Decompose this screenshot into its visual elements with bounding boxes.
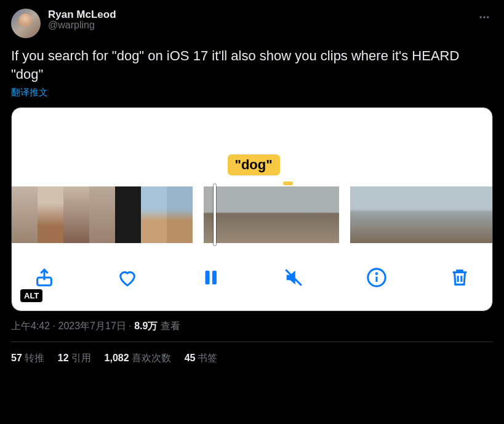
delete-button[interactable] (449, 267, 470, 288)
tweet-container: Ryan McLeod @warpling If you search for … (0, 0, 504, 365)
pause-icon (200, 267, 221, 288)
meta-views-count: 8.9万 (134, 321, 158, 331)
tweet-header: Ryan McLeod @warpling (11, 9, 493, 38)
svg-point-0 (480, 16, 482, 18)
meta-date: 2023年7月17日 (58, 321, 126, 331)
media-attachment[interactable]: "dog" (11, 107, 493, 311)
meta-time: 上午4:42 (11, 321, 50, 331)
meta-dot: · (50, 321, 58, 331)
thumbnail-frame (454, 186, 479, 243)
stat-label: 引用 (71, 353, 91, 363)
stat-number: 12 (58, 353, 69, 363)
thumbnail-frame (238, 186, 271, 243)
meta-views-label: 查看 (158, 321, 180, 331)
tweet-text: If you search for "dog" on iOS 17 it'll … (11, 47, 493, 83)
share-icon (34, 267, 55, 288)
meta-dot: · (126, 321, 134, 331)
info-button[interactable] (366, 267, 387, 288)
like-button[interactable] (117, 267, 138, 288)
clip-group[interactable] (12, 186, 193, 243)
pause-button[interactable] (200, 267, 221, 288)
alt-badge[interactable]: ALT (20, 289, 42, 302)
info-icon (366, 267, 387, 288)
thumbnail-frame (428, 186, 454, 243)
clip-group[interactable] (350, 186, 493, 243)
thumbnail-frame (141, 186, 167, 243)
thumbnail-frame (89, 186, 115, 243)
svg-point-2 (487, 16, 489, 18)
thumbnail-frame (350, 186, 376, 243)
translate-link[interactable]: 翻译推文 (11, 87, 493, 98)
svg-rect-5 (212, 271, 217, 285)
stat-label: 转推 (25, 353, 44, 363)
speaker-muted-icon (283, 267, 304, 288)
more-button[interactable] (476, 9, 493, 26)
playhead[interactable] (214, 184, 216, 246)
stat-number: 45 (185, 353, 196, 363)
media-toolbar (12, 255, 492, 311)
caption-marker (283, 182, 293, 185)
thumbnail-frame (376, 186, 402, 243)
thumbnail-frame (402, 186, 428, 243)
stat-quotes[interactable]: 12引用 (58, 352, 91, 365)
handle: @warpling (48, 20, 468, 31)
stat-likes[interactable]: 1,082喜欢次数 (105, 352, 171, 365)
thumbnail-frame (271, 186, 305, 243)
stat-retweets[interactable]: 57转推 (11, 352, 44, 365)
thumbnail-frame (38, 186, 63, 243)
svg-rect-4 (206, 271, 210, 285)
caption-bubble: "dog" (228, 154, 280, 175)
clip-group-active[interactable] (204, 186, 339, 243)
thumbnail-frame (12, 186, 38, 243)
thumbnail-frame (479, 186, 493, 243)
stat-number: 57 (11, 353, 22, 363)
svg-point-8 (376, 273, 377, 274)
stat-label: 喜欢次数 (132, 353, 171, 363)
stat-label: 书签 (198, 353, 217, 363)
mute-button[interactable] (283, 267, 304, 288)
thumbnail-frame (305, 186, 339, 243)
svg-point-1 (483, 16, 485, 18)
more-icon (478, 11, 490, 23)
trash-icon (449, 267, 470, 288)
thumbnail-frame (115, 186, 141, 243)
share-button[interactable] (34, 267, 55, 288)
stat-number: 1,082 (105, 353, 129, 363)
display-name: Ryan McLeod (48, 9, 468, 21)
author-names[interactable]: Ryan McLeod @warpling (48, 9, 468, 31)
stat-bookmarks[interactable]: 45书签 (185, 352, 218, 365)
tweet-meta[interactable]: 上午4:42 · 2023年7月17日 · 8.9万 查看 (11, 320, 493, 333)
avatar[interactable] (11, 9, 41, 38)
video-timeline[interactable] (12, 186, 492, 243)
tweet-stats: 57转推 12引用 1,082喜欢次数 45书签 (11, 342, 493, 365)
thumbnail-frame (63, 186, 89, 243)
thumbnail-frame (167, 186, 193, 243)
heart-icon (117, 267, 138, 288)
thumbnail-frame (204, 186, 238, 243)
